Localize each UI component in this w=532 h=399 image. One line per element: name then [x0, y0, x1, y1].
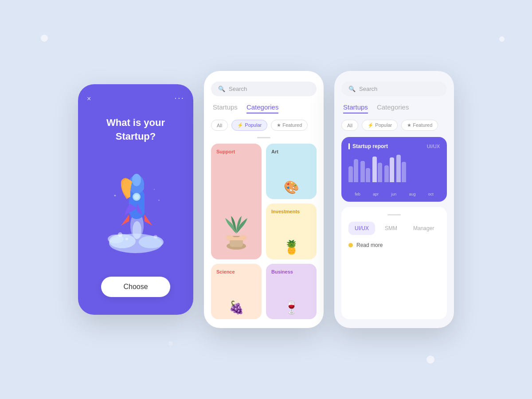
- role-tabs: UI/UX SMM Manager: [348, 222, 440, 235]
- svg-point-2: [139, 236, 164, 248]
- svg-point-16: [125, 238, 128, 240]
- filter-row-3: All ⚡ Popular ★ Featured: [341, 120, 447, 131]
- category-investments-image: 🍍: [271, 241, 311, 254]
- read-more-dot-icon: [348, 243, 353, 247]
- main-tabs-3: Startups Categories: [341, 103, 447, 113]
- bar-apr-1: [360, 161, 365, 182]
- search-bar-3[interactable]: 🔍 Search: [341, 82, 447, 96]
- category-support[interactable]: Support: [211, 144, 262, 259]
- phone-categories: 🔍 Search Startups Categories All ⚡ Popul…: [204, 71, 324, 328]
- svg-point-5: [133, 221, 141, 239]
- close-icon[interactable]: ×: [87, 95, 91, 103]
- role-tab-smm[interactable]: SMM: [379, 222, 403, 235]
- category-science[interactable]: Science 🍇: [211, 264, 262, 319]
- chart-labels: feb apr jun aug oct: [348, 192, 440, 196]
- chart-label-apr: apr: [373, 192, 379, 196]
- search-bar[interactable]: 🔍 Search: [211, 82, 317, 96]
- category-business[interactable]: Business 🍷: [266, 264, 317, 319]
- search-icon-3: 🔍: [348, 86, 356, 92]
- bar-group-feb: [348, 159, 358, 182]
- role-tab-manager[interactable]: Manager: [407, 222, 440, 235]
- onboarding-title: What is yourStartup?: [106, 116, 165, 144]
- category-investments[interactable]: Investments 🍍: [266, 203, 317, 259]
- category-support-image: [216, 207, 256, 254]
- bar-jun-1: [372, 156, 377, 182]
- scroll-indicator-2: [387, 214, 401, 215]
- tab-startups[interactable]: Startups: [213, 103, 238, 113]
- filter-popular[interactable]: ⚡ Popular: [231, 120, 267, 131]
- chart-label-aug: aug: [409, 192, 416, 196]
- role-tab-uiux[interactable]: UI/UX: [348, 222, 375, 235]
- svg-point-17: [154, 235, 157, 239]
- svg-point-9: [132, 174, 141, 186]
- category-art-label: Art: [271, 149, 311, 154]
- chart-title: Startup report: [348, 143, 388, 149]
- bar-group-jun: [372, 156, 382, 182]
- chart-label-jun: jun: [391, 192, 396, 196]
- main-tabs: Startups Categories: [211, 103, 317, 113]
- category-art-image: 🎨: [271, 181, 311, 194]
- bar-feb-2: [354, 159, 358, 182]
- category-investments-label: Investments: [271, 209, 311, 214]
- phone-startups: 🔍 Search Startups Categories All ⚡ Popul…: [334, 71, 454, 328]
- more-options-icon[interactable]: ···: [174, 95, 184, 100]
- bar-feb-1: [348, 166, 353, 182]
- svg-point-15: [118, 232, 122, 237]
- category-business-image: 🍷: [271, 301, 311, 314]
- categories-grid: Support: [211, 144, 317, 319]
- svg-text:✦: ✦: [153, 188, 155, 191]
- category-science-label: Science: [216, 269, 256, 274]
- chart-header: Startup report UI/UX: [348, 143, 440, 149]
- category-support-label: Support: [216, 149, 256, 154]
- search-icon: 🔍: [218, 86, 225, 92]
- chart-subtitle: UI/UX: [427, 144, 440, 149]
- read-more-row: Read more: [348, 242, 440, 248]
- filter-featured[interactable]: ★ Featured: [271, 120, 308, 131]
- chart-label-feb: feb: [355, 192, 360, 196]
- phone-onboarding: × ··· What is yourStartup?: [78, 84, 193, 315]
- bottom-card: UI/UX SMM Manager Read more: [341, 207, 447, 319]
- bar-jun-2: [378, 163, 382, 182]
- read-more-text[interactable]: Read more: [356, 242, 383, 248]
- filter-all[interactable]: All: [211, 120, 228, 131]
- category-science-image: 🍇: [216, 301, 256, 314]
- tab-startups-3[interactable]: Startups: [343, 103, 368, 113]
- bar-chart-area: feb apr jun aug oct: [348, 156, 440, 196]
- svg-text:✦: ✦: [158, 199, 160, 202]
- svg-point-11: [134, 194, 139, 200]
- bar-oct-2: [402, 162, 406, 182]
- phones-container: × ··· What is yourStartup?: [78, 71, 454, 328]
- filter-popular-3[interactable]: ⚡ Popular: [362, 120, 398, 131]
- rocket-illustration: ✦ ✦ ✦: [87, 144, 184, 272]
- chart-title-text: Startup report: [352, 143, 388, 149]
- chart-card: Startup report UI/UX: [341, 137, 447, 202]
- svg-text:✦: ✦: [113, 194, 117, 198]
- bar-group-oct: [396, 155, 406, 182]
- filter-row: All ⚡ Popular ★ Featured: [211, 120, 317, 131]
- chart-label-oct: oct: [428, 192, 434, 196]
- bar-apr-2: [366, 168, 370, 182]
- chart-title-bar-icon: [348, 143, 350, 149]
- filter-all-3[interactable]: All: [341, 120, 358, 131]
- filter-featured-3[interactable]: ★ Featured: [401, 120, 438, 131]
- bar-group-apr: [360, 161, 370, 182]
- bar-aug-1: [384, 165, 389, 182]
- category-art[interactable]: Art 🎨: [266, 144, 317, 199]
- bar-chart: [348, 156, 440, 191]
- bar-group-aug: [384, 157, 394, 182]
- search-placeholder-3: Search: [359, 86, 377, 92]
- search-placeholder: Search: [229, 86, 247, 92]
- bar-oct-1: [396, 155, 401, 182]
- phone1-top-bar: × ···: [87, 95, 184, 103]
- tab-categories-3[interactable]: Categories: [377, 103, 409, 113]
- choose-button[interactable]: Choose: [101, 277, 170, 297]
- scroll-indicator: [257, 137, 270, 138]
- category-business-label: Business: [271, 269, 311, 274]
- tab-categories[interactable]: Categories: [246, 103, 279, 113]
- bar-aug-2: [390, 157, 394, 182]
